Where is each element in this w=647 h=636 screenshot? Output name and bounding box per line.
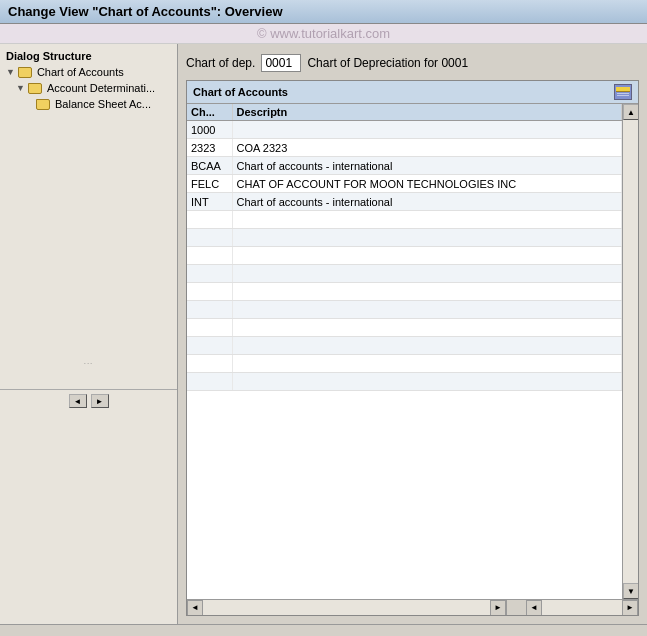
cell-ch: 2323 <box>187 139 232 157</box>
vertical-scrollbar: ▲ ▼ <box>622 104 638 599</box>
table-row[interactable] <box>187 355 622 373</box>
title-text: Change View "Chart of Accounts": Overvie… <box>8 4 283 19</box>
sidebar-right-nav[interactable]: ► <box>91 394 109 408</box>
table-scroll-area[interactable]: Ch... Descriptn 10002323COA 2323BCAAChar… <box>187 104 622 599</box>
folder-icon-3 <box>36 99 50 110</box>
watermark: © www.tutorialkart.com <box>0 24 647 44</box>
table-row[interactable] <box>187 283 622 301</box>
h-scroll-left[interactable]: ◄ <box>187 600 203 616</box>
sidebar-left-nav[interactable]: ◄ <box>69 394 87 408</box>
accounts-table: Ch... Descriptn 10002323COA 2323BCAAChar… <box>187 104 622 391</box>
table-row[interactable] <box>187 247 622 265</box>
sidebar-dots: ··· <box>82 355 96 372</box>
chart-dep-description: Chart of Depreciation for 0001 <box>307 56 468 70</box>
sidebar-item-label-2: Account Determinati... <box>47 82 155 94</box>
cell-ch <box>187 319 232 337</box>
cell-desc: COA 2323 <box>232 139 622 157</box>
table-title: Chart of Accounts <box>193 86 288 98</box>
cell-ch: INT <box>187 193 232 211</box>
table-wrapper: Ch... Descriptn 10002323COA 2323BCAAChar… <box>187 104 638 599</box>
cell-desc <box>232 265 622 283</box>
table-row[interactable] <box>187 211 622 229</box>
chart-dep-row: Chart of dep. Chart of Depreciation for … <box>186 52 639 74</box>
cell-ch <box>187 265 232 283</box>
cell-desc <box>232 301 622 319</box>
tree-expand-icon: ▼ <box>6 67 15 77</box>
sidebar-item-label-1: Chart of Accounts <box>37 66 124 78</box>
sidebar-title: Dialog Structure <box>0 48 177 64</box>
sidebar-item-chart-of-accounts[interactable]: ▼ Chart of Accounts <box>0 64 177 80</box>
chart-dep-label: Chart of dep. <box>186 56 255 70</box>
watermark-text: © www.tutorialkart.com <box>257 26 390 41</box>
table-title-bar: Chart of Accounts <box>187 81 638 104</box>
cell-desc <box>232 283 622 301</box>
cell-ch <box>187 337 232 355</box>
tree-expand-icon-3: ▶ <box>26 99 33 109</box>
table-row[interactable] <box>187 229 622 247</box>
cell-ch <box>187 247 232 265</box>
chart-of-accounts-table-container: Chart of Accounts Ch... Descriptn <box>186 80 639 616</box>
horizontal-scrollbar: ◄ ► ◄ ► <box>187 599 638 615</box>
table-settings-icon[interactable] <box>614 84 632 100</box>
table-row[interactable] <box>187 265 622 283</box>
sidebar-item-account-determination[interactable]: ▼ Account Determinati... <box>0 80 177 96</box>
chart-dep-input[interactable] <box>261 54 301 72</box>
cell-desc <box>232 121 622 139</box>
cell-desc <box>232 373 622 391</box>
h-scroll-right3[interactable]: ► <box>622 600 638 616</box>
table-row[interactable]: BCAAChart of accounts - international <box>187 157 622 175</box>
cell-desc: Chart of accounts - international <box>232 157 622 175</box>
sidebar: Dialog Structure ▼ Chart of Accounts ▼ A… <box>0 44 178 624</box>
scroll-up-button[interactable]: ▲ <box>623 104 638 120</box>
h-scroll-right[interactable]: ► <box>490 600 506 616</box>
cell-desc: Chart of accounts - international <box>232 193 622 211</box>
table-row[interactable] <box>187 319 622 337</box>
sidebar-item-label-3: Balance Sheet Ac... <box>55 98 151 110</box>
col-header-ch: Ch... <box>187 104 232 121</box>
scroll-down-button[interactable]: ▼ <box>623 583 638 599</box>
h-scroll-track <box>203 600 490 616</box>
cell-desc <box>232 229 622 247</box>
cell-ch <box>187 373 232 391</box>
h-scroll-right2[interactable]: ◄ <box>526 600 542 616</box>
scroll-thumb-area <box>623 120 638 583</box>
cell-desc <box>232 337 622 355</box>
table-row[interactable] <box>187 337 622 355</box>
cell-desc: CHAT OF ACCOUNT FOR MOON TECHNOLOGIES IN… <box>232 175 622 193</box>
cell-desc <box>232 247 622 265</box>
title-bar: Change View "Chart of Accounts": Overvie… <box>0 0 647 24</box>
main-container: Dialog Structure ▼ Chart of Accounts ▼ A… <box>0 44 647 624</box>
cell-ch <box>187 355 232 373</box>
table-row[interactable] <box>187 373 622 391</box>
bottom-bar: Position... Entry 1 of 5 <box>0 624 647 636</box>
cell-ch <box>187 229 232 247</box>
cell-ch: FELC <box>187 175 232 193</box>
folder-icon-2 <box>28 83 42 94</box>
table-row[interactable]: FELCCHAT OF ACCOUNT FOR MOON TECHNOLOGIE… <box>187 175 622 193</box>
cell-ch <box>187 211 232 229</box>
h-scroll-track2 <box>542 600 622 616</box>
sidebar-item-balance-sheet[interactable]: ▶ Balance Sheet Ac... <box>0 96 177 112</box>
content-area: Chart of dep. Chart of Depreciation for … <box>178 44 647 624</box>
cell-ch: 1000 <box>187 121 232 139</box>
tree-expand-icon-2: ▼ <box>16 83 25 93</box>
folder-icon-1 <box>18 67 32 78</box>
cell-desc <box>232 211 622 229</box>
cell-ch: BCAA <box>187 157 232 175</box>
cell-desc <box>232 355 622 373</box>
table-row[interactable]: INTChart of accounts - international <box>187 193 622 211</box>
cell-desc <box>232 319 622 337</box>
cell-ch <box>187 301 232 319</box>
table-row[interactable] <box>187 301 622 319</box>
cell-ch <box>187 283 232 301</box>
col-header-desc: Descriptn <box>232 104 622 121</box>
table-row[interactable]: 2323COA 2323 <box>187 139 622 157</box>
table-row[interactable]: 1000 <box>187 121 622 139</box>
